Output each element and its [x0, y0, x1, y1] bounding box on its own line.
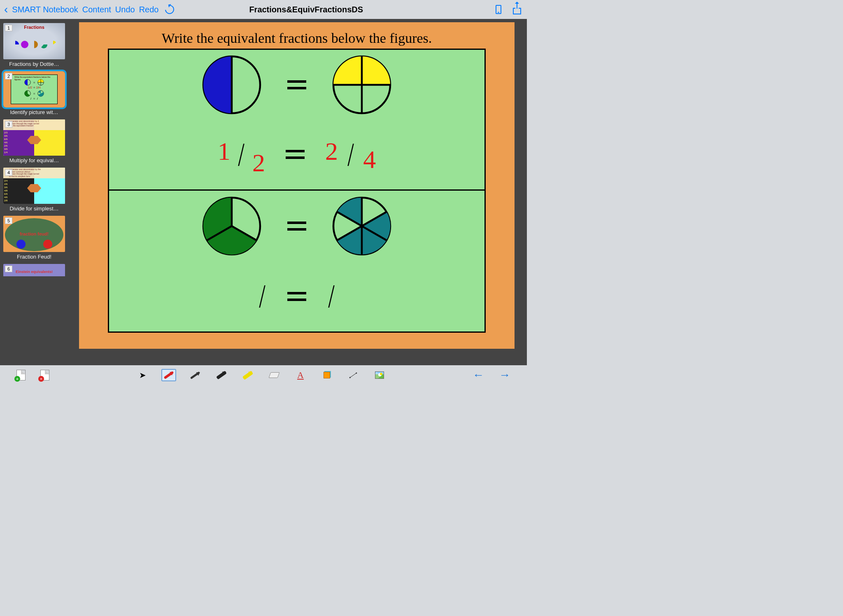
next-slide-button[interactable]: →: [499, 369, 510, 382]
svg-point-0: [21, 41, 28, 48]
thumb-text: Einstein equivalents!: [3, 270, 65, 274]
main-canvas-area: Write the equivalent fractions below the…: [68, 21, 525, 365]
eraser-tool[interactable]: [267, 369, 282, 381]
image-tool[interactable]: [372, 369, 387, 381]
app-name-button[interactable]: SMART Notebook: [12, 5, 78, 14]
fraction-box-1: 1 / 2 2 / 4: [108, 49, 486, 191]
slide-thumb-5[interactable]: 5 fraction feud! Fraction Feud!: [3, 216, 65, 260]
shape-tool[interactable]: [319, 369, 334, 381]
highlighter-tool[interactable]: [240, 369, 255, 381]
thumb-title: Fractions: [3, 25, 65, 30]
device-icon[interactable]: [496, 5, 501, 14]
slide-number: 3: [5, 121, 12, 128]
fraction-answer-1: 1 / 2 2 / 4: [109, 120, 484, 190]
fraction-box-2: / /: [108, 191, 486, 333]
line-tool[interactable]: [346, 369, 361, 381]
answer-numerator-2: 2: [325, 137, 338, 165]
slide-label: Identify picture wit…: [3, 109, 65, 115]
slide-number: 4: [5, 169, 12, 176]
slide-thumb-1[interactable]: 1 Fractions Fractions by Dottie…: [3, 23, 65, 67]
top-toolbar: ‹ SMART Notebook Content Undo Redo Fract…: [0, 0, 527, 19]
delete-page-button[interactable]: ×: [40, 370, 49, 380]
circle-thirds-green: [201, 195, 263, 257]
slide-label: Divide for simplest…: [3, 205, 65, 212]
pen-thick-tool[interactable]: [214, 369, 229, 381]
slide-thumb-2[interactable]: 2 Write the equivalent fractions below t…: [3, 71, 65, 115]
slide-thumb-4[interactable]: numerator and denominator by thelargest …: [3, 168, 65, 212]
slide-number: 5: [5, 217, 12, 224]
text-tool[interactable]: A: [293, 369, 308, 381]
pen-red-tool[interactable]: [161, 369, 176, 381]
document-title: Fractions&EquivFractionsDS: [121, 5, 491, 14]
slide-thumb-6[interactable]: 6 Einstein equivalents!: [3, 264, 65, 276]
circle-quarters-yellow: [331, 54, 393, 116]
slide-thumb-3[interactable]: numerator and denominator by 2fraction t…: [3, 119, 65, 163]
prev-slide-button[interactable]: ←: [473, 369, 484, 382]
slide-number: 6: [5, 266, 12, 272]
slide-label: Fraction Feud!: [3, 254, 65, 260]
slide-number: 1: [5, 25, 12, 31]
circle-sixths-teal: [331, 195, 393, 257]
equals-icon: [287, 222, 306, 231]
slide-canvas[interactable]: Write the equivalent fractions below the…: [79, 22, 515, 349]
slide-number: 2: [5, 73, 12, 79]
circle-half-blue: [201, 54, 263, 116]
cursor-tool[interactable]: ➤: [135, 369, 150, 381]
pen-thin-tool[interactable]: [188, 369, 203, 381]
content-area: 1 Fractions Fractions by Dottie… 2 Write…: [0, 19, 527, 365]
fraction-answer-2[interactable]: / /: [109, 261, 484, 331]
slide-label: Multiply for equival…: [3, 157, 65, 163]
share-icon[interactable]: [513, 5, 521, 14]
back-chevron-icon[interactable]: ‹: [4, 3, 8, 16]
bottom-toolbar: + × ➤ A ← →: [0, 365, 527, 385]
content-button[interactable]: Content: [82, 5, 111, 14]
thumb-text: fraction feud!: [5, 231, 63, 236]
answer-denominator-2: 4: [363, 145, 376, 173]
answer-numerator-1: 1: [218, 137, 231, 165]
slide-instruction: Write the equivalent fractions below the…: [108, 30, 486, 46]
slide-sidebar: 1 Fractions Fractions by Dottie… 2 Write…: [2, 21, 67, 365]
equals-icon: [287, 80, 306, 89]
equals-icon: [287, 292, 306, 301]
equals-icon: [286, 150, 305, 159]
answer-denominator-1: 2: [252, 149, 265, 177]
add-page-button[interactable]: +: [16, 370, 26, 380]
slide-label: Fractions by Dottie…: [3, 61, 65, 67]
